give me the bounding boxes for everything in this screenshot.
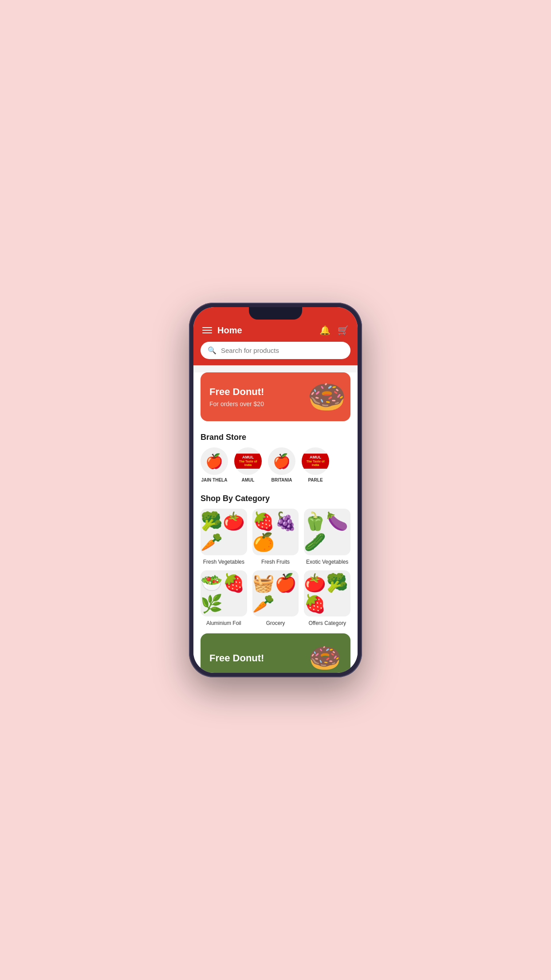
banner-title: Free Donut! [209, 386, 264, 398]
category-grid: 🥦🍅🥕 Fresh Vegetables 🍓🍇🍊 Fresh Fruits 🫑🍆… [193, 509, 358, 633]
category-image-grocery: 🧺🍎🥕 [252, 570, 299, 617]
category-item-fresh-vegetables[interactable]: 🥦🍅🥕 Fresh Vegetables [201, 509, 247, 565]
search-icon: 🔍 [208, 346, 216, 355]
category-item-aluminium-foil[interactable]: 🥗🍓🌿 Aluminium Foil [201, 570, 247, 627]
category-image-aluminium-foil: 🥗🍓🌿 [201, 570, 247, 617]
category-label-fresh-fruits: Fresh Fruits [261, 559, 290, 565]
search-bar[interactable]: 🔍 [201, 342, 350, 359]
brands-row: 🍎 JAIN THELA AMULThe Taste of India AMUL [193, 447, 358, 490]
page-title: Home [217, 325, 242, 336]
cart-icon[interactable]: 🛒 [338, 325, 349, 336]
brand-logo-parle: AMULThe Taste of India [302, 447, 329, 475]
category-item-offers-category[interactable]: 🍅🥦🍓 Offers Category [304, 570, 350, 627]
category-image-fresh-vegetables: 🥦🍅🥕 [201, 509, 247, 555]
brand-name-parle: PARLE [308, 478, 323, 482]
brand-item-amul[interactable]: AMULThe Taste of India AMUL [234, 447, 262, 482]
category-label-fresh-vegetables: Fresh Vegetables [203, 559, 244, 565]
parle-logo-text: AMULThe Taste of India [302, 454, 329, 469]
search-bar-container: 🔍 [193, 342, 358, 365]
banner-subtitle: For orders over $20 [209, 400, 264, 407]
phone-frame: Home 🔔 🛒 🔍 Free Donut! For orders ov [189, 303, 362, 677]
brand-logo-amul: AMULThe Taste of India [234, 447, 262, 475]
banner-text: Free Donut! For orders over $20 [209, 386, 264, 407]
category-item-grocery[interactable]: 🧺🍎🥕 Grocery [252, 570, 299, 627]
category-item-fresh-fruits[interactable]: 🍓🍇🍊 Fresh Fruits [252, 509, 299, 565]
search-input[interactable] [221, 347, 343, 354]
category-item-exotic-vegetables[interactable]: 🫑🍆🥒 Exotic Vegetables [304, 509, 350, 565]
notification-bell-icon[interactable]: 🔔 [319, 325, 331, 336]
brand-name-britania: BRITANIA [271, 478, 292, 482]
brand-name-jain-thela: JAIN THELA [201, 478, 228, 482]
category-label-exotic-vegetables: Exotic Vegetables [306, 559, 348, 565]
brand-logo-britania: 🍎 [268, 447, 295, 475]
brand-name-amul: AMUL [242, 478, 255, 482]
category-label-grocery: Grocery [266, 620, 285, 626]
category-image-exotic-vegetables: 🫑🍆🥒 [304, 509, 350, 555]
phone-notch [249, 307, 302, 320]
category-image-offers-category: 🍅🥦🍓 [304, 570, 350, 617]
header-left: Home [202, 325, 242, 336]
shop-by-category-section-title: Shop By Category [193, 490, 358, 509]
bottom-banner-title: Free Donut! [209, 652, 264, 664]
brand-store-section-title: Brand Store [193, 428, 358, 447]
bottom-promo-banner[interactable]: Free Donut! 🍩 [201, 633, 350, 673]
brand-logo-jain-thela: 🍎 [201, 447, 228, 475]
bottom-banner-donut-icon: 🍩 [308, 642, 342, 673]
hamburger-menu-icon[interactable] [202, 327, 212, 333]
brand-item-parle[interactable]: AMULThe Taste of India PARLE [302, 447, 329, 482]
amul-logo-text: AMULThe Taste of India [234, 454, 262, 469]
promo-banner[interactable]: Free Donut! For orders over $20 🍩 [201, 372, 350, 421]
category-label-offers-category: Offers Category [308, 620, 346, 626]
main-content: Free Donut! For orders over $20 🍩 Brand … [193, 365, 358, 673]
banner-donut-icon: 🍩 [307, 381, 346, 412]
brand-item-britania[interactable]: 🍎 BRITANIA [268, 447, 295, 482]
category-label-aluminium-foil: Aluminium Foil [206, 620, 241, 626]
header-right: 🔔 🛒 [319, 325, 349, 336]
phone-screen: Home 🔔 🛒 🔍 Free Donut! For orders ov [193, 307, 358, 673]
content-inner: Free Donut! For orders over $20 🍩 Brand … [193, 372, 358, 673]
brand-item-jain-thela[interactable]: 🍎 JAIN THELA [201, 447, 228, 482]
category-image-fresh-fruits: 🍓🍇🍊 [252, 509, 299, 555]
